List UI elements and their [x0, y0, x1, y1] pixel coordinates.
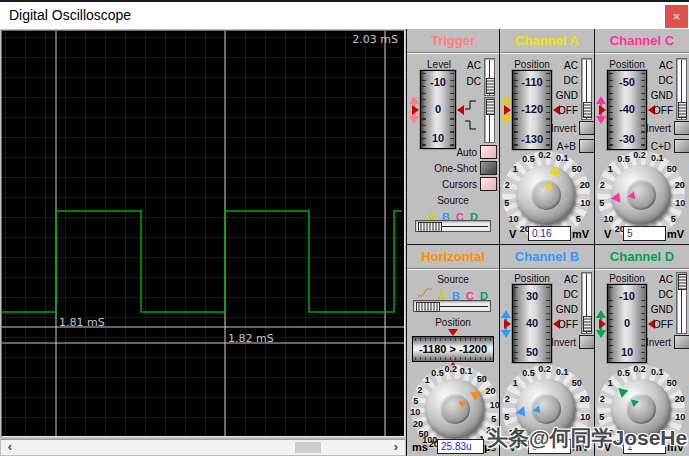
horizontal-source-slider[interactable]: [413, 300, 491, 312]
window-title: Digital Oscilloscope: [9, 7, 131, 23]
ac-label: AC: [633, 274, 673, 285]
one-shot-button[interactable]: [480, 161, 497, 175]
level-tick: 10: [421, 132, 455, 144]
knob-scale-tick: 5: [599, 412, 604, 422]
close-button[interactable]: ×: [665, 5, 688, 28]
knob-scale-tick: 1: [513, 378, 518, 388]
dc-label: DC: [633, 289, 673, 300]
value-text: 25.83u: [441, 441, 472, 452]
source-slider-thumb[interactable]: [416, 302, 440, 312]
knob-scale-tick: 0.1: [460, 366, 473, 376]
gnd-label: GND: [633, 90, 673, 101]
coupling-thumb[interactable]: [583, 102, 592, 118]
scope-scrollbar[interactable]: ‹ ›: [1, 439, 405, 455]
knob-inner-arrow-icon: [532, 405, 540, 414]
knob-scale-tick: 0.2: [633, 150, 646, 160]
gnd-label: GND: [538, 304, 578, 315]
channel-c-value: 5: [623, 226, 666, 241]
knob-scale-tick: 2: [505, 180, 510, 190]
knob-cap[interactable]: [440, 394, 470, 424]
knob-scale-tick: 2: [417, 385, 422, 395]
c-plus-d-label: C+D: [625, 141, 671, 152]
horizontal-position-display[interactable]: -1180 > -1200: [412, 329, 494, 369]
cursors-button[interactable]: [480, 177, 497, 191]
channel-b-title: Channel B: [500, 245, 594, 269]
trigger-coupling-selector[interactable]: [484, 58, 495, 96]
c-plus-d-button[interactable]: [674, 139, 689, 153]
volts-unit-label: V: [604, 228, 611, 240]
knob-scale-tick: 0.1: [651, 153, 664, 163]
off-label: OFF: [538, 319, 578, 330]
channel-d-title: Channel D: [595, 245, 689, 269]
ac-label: AC: [633, 60, 673, 71]
trigger-ac-label: AC: [441, 60, 481, 71]
knob-scale-tick: 2: [600, 394, 605, 404]
source-slider-thumb[interactable]: [418, 222, 442, 232]
invert-label: Invert: [625, 337, 671, 348]
channel-b-coupling-selector[interactable]: [581, 272, 592, 334]
oscilloscope-window: Digital Oscilloscope × 1.81 mS 1.82 mS 2…: [0, 0, 689, 456]
millivolts-unit-label: mV: [572, 228, 589, 240]
invert-label: Invert: [625, 123, 671, 134]
knob-scale-tick: 10: [580, 198, 590, 208]
channel-c-invert-button[interactable]: [674, 121, 689, 135]
channel-d-coupling-selector[interactable]: [676, 272, 687, 334]
coupling-thumb[interactable]: [486, 78, 495, 94]
knob-scale-tick: 1: [608, 164, 613, 174]
trigger-edge-icon: [417, 286, 433, 298]
edge-thumb[interactable]: [486, 99, 495, 115]
knob-scale-tick: 0.1: [651, 367, 664, 377]
trigger-source-slider[interactable]: [415, 220, 491, 232]
volts-unit-label: V: [509, 228, 516, 240]
invert-label: Invert: [530, 123, 576, 134]
knob-scale-tick: 2: [505, 394, 510, 404]
knob-scale-tick: 5: [413, 396, 418, 406]
scroll-right-arrow[interactable]: ›: [389, 440, 403, 455]
scrollbar-thumb[interactable]: [295, 442, 321, 453]
knob-scale-tick: 10: [410, 407, 420, 417]
knob-scale-tick: 50: [667, 164, 677, 174]
timebase-value: 25.83u: [437, 439, 484, 454]
trigger-title: Trigger: [407, 29, 499, 53]
gnd-label: GND: [633, 304, 673, 315]
position-readout[interactable]: -1180 > -1200: [412, 336, 494, 362]
channel-a-value: 0.16: [528, 226, 571, 241]
channel-a-title: Channel A: [500, 29, 594, 53]
trigger-edge-selector[interactable]: [484, 97, 495, 143]
knob-scale-tick: 10: [509, 214, 519, 224]
titlebar: Digital Oscilloscope ×: [0, 0, 689, 29]
coupling-thumb[interactable]: [678, 102, 687, 118]
knob-scale-tick: 20: [675, 394, 685, 404]
channel-c-title: Channel C: [595, 29, 689, 53]
channel-a-coupling-selector[interactable]: [581, 58, 592, 120]
value-text: 0.16: [532, 228, 551, 239]
gnd-label: GND: [538, 90, 578, 101]
ac-label: AC: [538, 274, 578, 285]
auto-button[interactable]: [480, 145, 497, 159]
value-text: 5: [627, 228, 633, 239]
knob-scale-tick: 5: [671, 214, 676, 224]
dc-label: DC: [633, 75, 673, 86]
ac-label: AC: [538, 60, 578, 71]
coupling-thumb[interactable]: [583, 316, 592, 332]
channel-a-panel: Channel A Position -110 -120 -130 AC DC …: [499, 29, 594, 244]
knob-scale-tick: 0.1: [556, 367, 569, 377]
knob-scale-tick: 0.5: [617, 368, 630, 378]
coupling-thumb[interactable]: [678, 274, 687, 290]
position-marker-top-icon: [448, 329, 458, 336]
horizontal-panel: Horizontal Source ABCD Position -1180 > …: [406, 244, 499, 456]
knob-scale-tick: 20: [413, 419, 423, 429]
knob-scale-tick: 0.2: [538, 150, 551, 160]
cursors-label: Cursors: [413, 179, 477, 190]
knob-scale-tick: 50: [572, 378, 582, 388]
channel-d-invert-button[interactable]: [674, 335, 689, 349]
knob-scale-tick: 0.2: [633, 364, 646, 374]
horizontal-position-label: Position: [407, 317, 499, 328]
cursor1-readout: 1.81 mS: [59, 316, 105, 329]
level-marker-left-icon: [412, 105, 419, 115]
scope-display: 1.81 mS 1.82 mS 2.03 mS: [1, 30, 405, 437]
knob-scale-tick: 1: [425, 375, 430, 385]
scroll-left-arrow[interactable]: ‹: [3, 440, 17, 455]
dc-label: DC: [538, 289, 578, 300]
channel-c-coupling-selector[interactable]: [676, 58, 687, 120]
